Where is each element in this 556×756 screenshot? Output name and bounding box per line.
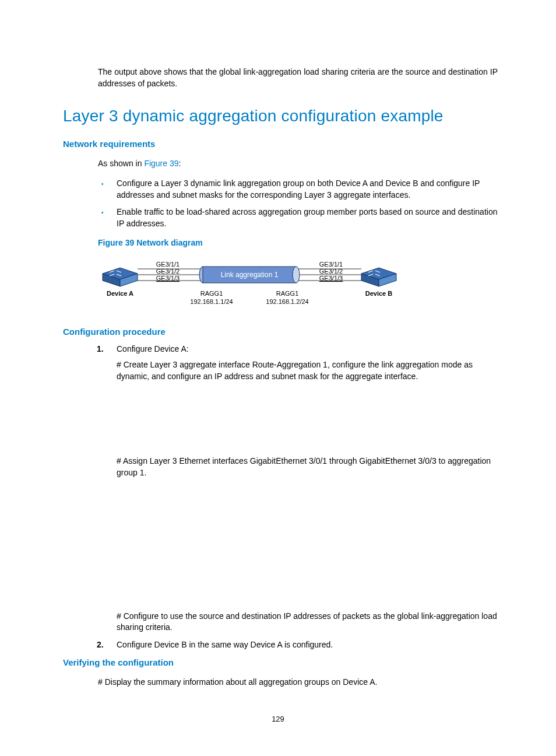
svg-point-14	[293, 267, 300, 283]
ragg-right-ip: 192.168.1.2/24	[266, 298, 308, 305]
step1-p2: # Assign Layer 3 Ethernet interfaces Gig…	[117, 456, 498, 478]
device-a-icon	[103, 268, 138, 286]
port-label: GE3/1/2	[319, 268, 343, 275]
verifying-heading: Verifying the configuration	[63, 656, 498, 668]
port-label: GE3/1/1	[319, 261, 343, 268]
requirements-list: Configure a Layer 3 dynamic link aggrega…	[97, 178, 498, 229]
step-1: Configure Device A: # Create Layer 3 agg…	[90, 344, 498, 634]
requirements-lead: As shown in Figure 39:	[98, 158, 498, 170]
procedure-steps: Configure Device A: # Create Layer 3 agg…	[90, 344, 498, 651]
page: The output above shows that the global l…	[0, 0, 556, 756]
figure-caption: Figure 39 Network diagram	[98, 237, 498, 249]
step1-p3: # Configure to use the source and destin…	[117, 611, 498, 634]
port-label: GE3/1/1	[156, 261, 180, 268]
ragg-left-name: RAGG1	[200, 290, 223, 297]
figure-ref-link[interactable]: Figure 39	[144, 159, 178, 168]
device-a-label: Device A	[107, 290, 133, 297]
port-label: GE3/1/2	[156, 268, 180, 275]
step1-title: Configure Device A:	[117, 344, 189, 354]
step1-p1: # Create Layer 3 aggregate interface Rou…	[117, 359, 498, 382]
lead-pre: As shown in	[98, 159, 144, 168]
ragg-left-ip: 192.168.1.1/24	[190, 298, 233, 305]
list-item: Enable traffic to be load-shared across …	[97, 206, 498, 229]
list-item: Configure a Layer 3 dynamic link aggrega…	[97, 178, 498, 201]
network-requirements-heading: Network requirements	[63, 138, 498, 150]
device-b-label: Device B	[365, 290, 393, 297]
step-2: Configure Device B in the same way Devic…	[90, 639, 498, 651]
verify-p1: # Display the summary information about …	[98, 677, 498, 688]
section-heading: Layer 3 dynamic aggregation configuratio…	[63, 104, 498, 127]
network-diagram: Device A Device B GE3/1/1 GE3/1/2 GE3/1/…	[98, 255, 401, 314]
device-b-icon	[361, 268, 396, 286]
configuration-procedure-heading: Configuration procedure	[63, 326, 498, 338]
page-number: 129	[0, 714, 556, 724]
lead-post: :	[179, 159, 181, 168]
intro-paragraph: The output above shows that the global l…	[98, 66, 498, 89]
link-aggregation-label: Link aggregation 1	[221, 271, 279, 279]
step2-text: Configure Device B in the same way Devic…	[117, 640, 333, 649]
port-label: GE3/1/3	[156, 275, 180, 282]
port-label: GE3/1/3	[319, 275, 343, 282]
ragg-right-name: RAGG1	[276, 290, 299, 297]
